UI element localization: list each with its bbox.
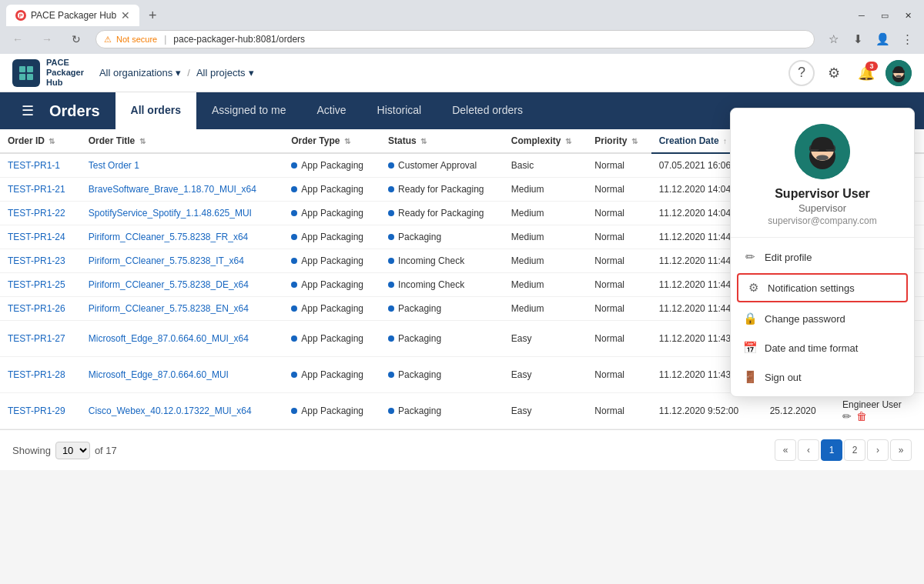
change-password-item[interactable]: 🔒 Change password: [731, 304, 914, 333]
order-type-dot: [291, 305, 297, 312]
cell-status: Incoming Check: [380, 249, 504, 273]
cell-order-type: App Packaging: [283, 297, 380, 321]
date-time-icon: 📅: [743, 341, 757, 355]
notification-settings-item[interactable]: ⚙ Notification settings: [737, 273, 908, 302]
edit-icon[interactable]: ✏: [842, 410, 852, 422]
page-button-2[interactable]: 2: [844, 439, 865, 461]
org-selector[interactable]: All organizations ▾: [99, 67, 181, 78]
order-id-link[interactable]: TEST-PR1-28: [8, 369, 65, 380]
edit-profile-icon: ✏: [743, 250, 757, 264]
tab-active[interactable]: Active: [301, 92, 361, 129]
action-icons: ✏ 🗑: [842, 410, 916, 422]
settings-button[interactable]: ⚙: [821, 60, 847, 86]
order-title-link[interactable]: Piriform_CCleaner_5.75.8238_DE_x64: [89, 279, 249, 290]
forward-button[interactable]: →: [37, 29, 57, 49]
order-type-dot: [291, 234, 297, 240]
sort-icon-priority: ⇅: [631, 137, 638, 145]
back-button[interactable]: ←: [8, 29, 28, 49]
cell-priority: Normal: [587, 225, 651, 249]
col-order-type[interactable]: Order Type ⇅: [283, 129, 380, 153]
tab-deleted-orders[interactable]: Deleted orders: [437, 92, 538, 129]
restore-button[interactable]: ▭: [875, 8, 895, 22]
order-id-link[interactable]: TEST-PR1-22: [8, 208, 65, 219]
reload-button[interactable]: ↻: [66, 29, 86, 49]
tab-historical[interactable]: Historical: [362, 92, 437, 129]
user-avatar-button[interactable]: [886, 60, 912, 86]
cell-status: Packaging: [380, 297, 504, 321]
hamburger-button[interactable]: ☰: [12, 92, 43, 129]
browser-tab[interactable]: P PACE Packager Hub ✕: [6, 5, 139, 26]
col-order-id[interactable]: Order ID ⇅: [0, 129, 81, 153]
order-title-link[interactable]: SpotifyService_Spotify_1.1.48.625_MUI: [89, 208, 252, 219]
order-title-link[interactable]: Piriform_CCleaner_5.75.8238_EN_x64: [89, 303, 249, 314]
cell-order-type: App Packaging: [283, 178, 380, 202]
cell-order-title: Piriform_CCleaner_5.75.8238_IT_x64: [81, 249, 283, 273]
header-actions: ? ⚙ 🔔 3: [788, 60, 912, 86]
address-bar[interactable]: ⚠ Not secure | pace-packager-hub:8081/or…: [95, 30, 815, 48]
profile-button[interactable]: 👤: [873, 30, 892, 48]
security-icon: ⚠: [104, 35, 112, 45]
cell-creation-date: 11.12.2020 9:52:00: [651, 393, 762, 429]
total-label: of 17: [95, 445, 117, 456]
col-order-title[interactable]: Order Title ⇅: [81, 129, 283, 153]
order-title-link[interactable]: Microsoft_Edge_87.0.664.60_MUI: [89, 369, 229, 380]
cell-order-type: App Packaging: [283, 249, 380, 273]
per-page-select[interactable]: 10 25 50: [55, 442, 90, 459]
order-id-link[interactable]: TEST-PR1-24: [8, 232, 65, 242]
col-status[interactable]: Status ⇅: [380, 129, 504, 153]
page-button-1[interactable]: 1: [821, 439, 842, 461]
prev-page-button[interactable]: ‹: [798, 439, 819, 461]
first-page-button[interactable]: «: [775, 439, 796, 461]
notifications-button[interactable]: 🔔 3: [853, 60, 879, 86]
sort-icon-order-type: ⇅: [344, 137, 350, 145]
not-secure-label: Not secure: [116, 35, 157, 44]
order-title-link[interactable]: Test Order 1: [89, 160, 139, 171]
tab-assigned-to-me[interactable]: Assigned to me: [196, 92, 302, 129]
order-type-dot: [291, 210, 297, 216]
order-type-dot: [291, 335, 297, 342]
cell-priority: Normal: [587, 273, 651, 297]
bookmark-button[interactable]: ☆: [824, 30, 842, 48]
dropdown-menu: ✏ Edit profile ⚙ Notification settings 🔒…: [731, 238, 914, 396]
tab-all-orders[interactable]: All orders: [116, 92, 196, 129]
user-role: Supervisor: [798, 202, 846, 214]
user-avatar-large: [795, 124, 850, 179]
sign-out-label: Sign out: [765, 372, 802, 383]
next-page-button[interactable]: ›: [867, 439, 889, 461]
nav-tabs: All orders Assigned to me Active Histori…: [116, 92, 538, 129]
order-title-link[interactable]: Piriform_CCleaner_5.75.8238_IT_x64: [89, 255, 244, 266]
help-button[interactable]: ?: [788, 60, 815, 86]
order-id-link[interactable]: TEST-PR1-21: [8, 184, 65, 195]
order-title-link[interactable]: Piriform_CCleaner_5.75.8238_FR_x64: [89, 232, 248, 242]
cell-order-title: Cisco_Webex_40.12.0.17322_MUI_x64: [81, 393, 283, 429]
order-id-link[interactable]: TEST-PR1-27: [8, 333, 65, 344]
cell-order-title: BraveSoftware_Brave_1.18.70_MUI_x64: [81, 178, 283, 202]
delete-icon[interactable]: 🗑: [856, 410, 867, 422]
extensions-button[interactable]: ⋮: [898, 30, 916, 48]
edit-profile-item[interactable]: ✏ Edit profile: [731, 242, 914, 272]
last-page-button[interactable]: »: [890, 439, 912, 461]
cell-order-type: App Packaging: [283, 321, 380, 357]
order-id-link[interactable]: TEST-PR1-1: [8, 160, 60, 171]
download-button[interactable]: ⬇: [849, 30, 867, 48]
order-id-link[interactable]: TEST-PR1-23: [8, 255, 65, 266]
minimize-button[interactable]: ─: [852, 8, 872, 22]
status-dot: [388, 335, 394, 342]
cell-priority: Normal: [587, 202, 651, 225]
project-selector[interactable]: All projects ▾: [196, 67, 254, 78]
date-time-format-item[interactable]: 📅 Date and time format: [731, 333, 914, 362]
new-tab-button[interactable]: +: [142, 5, 162, 25]
order-id-link[interactable]: TEST-PR1-26: [8, 303, 65, 314]
order-title-link[interactable]: Cisco_Webex_40.12.0.17322_MUI_x64: [89, 405, 252, 416]
notification-settings-icon: ⚙: [746, 281, 760, 295]
tab-close-button[interactable]: ✕: [121, 9, 130, 22]
close-window-button[interactable]: ✕: [898, 8, 918, 22]
order-id-link[interactable]: TEST-PR1-25: [8, 279, 65, 290]
col-complexity[interactable]: Complexity ⇅: [504, 129, 587, 153]
user-profile-section: Supervisor User Supervisor supervisor@co…: [731, 108, 914, 238]
order-title-link[interactable]: Microsoft_Edge_87.0.664.60_MUI_x64: [89, 333, 249, 344]
order-id-link[interactable]: TEST-PR1-29: [8, 405, 65, 416]
order-title-link[interactable]: BraveSoftware_Brave_1.18.70_MUI_x64: [89, 184, 256, 195]
col-priority[interactable]: Priority ⇅: [587, 129, 651, 153]
sign-out-item[interactable]: 🚪 Sign out: [731, 362, 914, 392]
